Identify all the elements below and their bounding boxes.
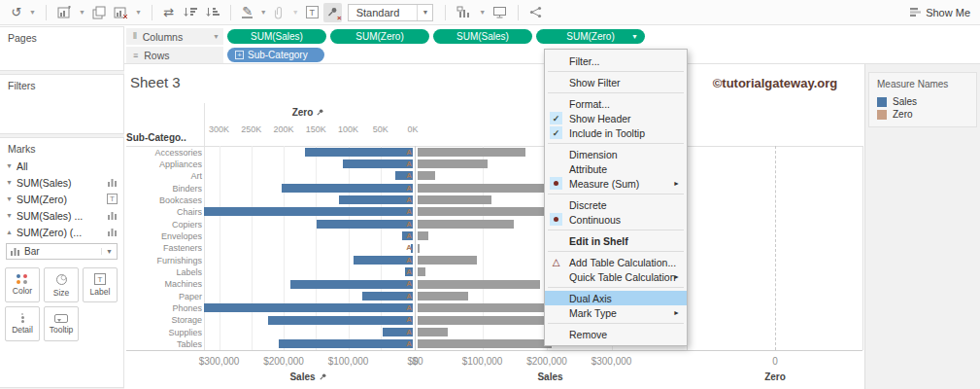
menu-item-dimension[interactable]: Dimension (545, 147, 687, 161)
detail-button[interactable]: Detail (5, 306, 40, 341)
sales-bar-2[interactable] (418, 195, 491, 204)
row-label[interactable]: Appliances (126, 159, 202, 170)
sales-bar-2[interactable] (418, 148, 525, 157)
zero-mark-label[interactable]: A (204, 303, 412, 313)
row-label[interactable]: Tables (126, 338, 202, 350)
sales-bar-2[interactable] (418, 339, 552, 348)
row-label[interactable]: Supplies (126, 327, 202, 338)
zero-mark-label[interactable]: A (204, 171, 412, 181)
sales-bar-2[interactable] (418, 292, 468, 301)
menu-item-include-in-tooltip[interactable]: Include in Tooltip✓ (545, 125, 687, 140)
chevron-down-icon[interactable]: ▼ (6, 179, 17, 186)
clear-sheet-button[interactable] (111, 3, 131, 22)
menu-item-mark-type[interactable]: Mark Type► (545, 305, 687, 320)
zero-mark-label[interactable]: A (204, 220, 412, 230)
menu-item-format[interactable]: Format... (545, 96, 687, 111)
zero-mark-label[interactable]: A (204, 315, 412, 325)
chevron-up-icon[interactable]: ▲ (6, 229, 17, 235)
marks-item[interactable]: ▲SUM(Zero) (... (0, 224, 123, 240)
sales-bar-2[interactable] (418, 220, 514, 229)
rows-shelf[interactable]: ≡ Rows (126, 47, 223, 63)
menu-item-measure-sum[interactable]: Measure (Sum)► (545, 176, 687, 191)
paperclip-caret-icon[interactable]: ▼ (290, 9, 301, 16)
row-label[interactable]: Art (126, 170, 202, 182)
new-datasource-caret-icon[interactable]: ▼ (77, 9, 87, 16)
fix-axes-button[interactable]: × (323, 3, 342, 22)
zero-mark-label[interactable]: A (204, 267, 412, 277)
zero-mark-label[interactable]: A (204, 279, 412, 289)
filters-shelf[interactable]: Filters (0, 74, 124, 134)
row-label[interactable]: Phones (126, 302, 202, 314)
menu-item-attribute[interactable]: Attribute (545, 161, 687, 176)
show-mark-labels-button[interactable] (454, 3, 475, 22)
sales-bar-2[interactable] (418, 244, 420, 253)
tooltip-button[interactable]: Tooltip (44, 306, 79, 341)
share-button[interactable] (526, 3, 545, 22)
fit-selector[interactable]: Standard ▼ (348, 4, 434, 21)
row-label[interactable]: Storage (126, 314, 202, 326)
chevron-down-icon[interactable]: ▼ (6, 162, 17, 169)
clear-sheet-caret-icon[interactable]: ▼ (133, 9, 144, 16)
zero-mark-label[interactable]: A (204, 256, 412, 265)
undo-button[interactable]: ↺ (8, 3, 25, 22)
sales-bar-2[interactable] (418, 316, 562, 325)
color-button[interactable]: Color (5, 267, 40, 302)
menu-item-continuous[interactable]: Continuous (545, 212, 687, 227)
row-pill[interactable]: +Sub-Category (227, 48, 324, 62)
column-pill[interactable]: SUM(Zero)▼ (536, 29, 645, 44)
row-label[interactable]: Envelopes (126, 230, 202, 242)
menu-item-show-header[interactable]: Show Header✓ (545, 111, 687, 125)
menu-item-filter[interactable]: Filter... (545, 53, 687, 68)
menu-item-quick-table-calculation[interactable]: Quick Table Calculation► (545, 269, 687, 284)
zero-mark-label[interactable]: A (204, 184, 412, 194)
sort-descending-button[interactable] (202, 3, 222, 22)
row-label[interactable]: Fasteners (126, 242, 202, 254)
sales-bar-2[interactable] (418, 159, 488, 168)
show-me-button[interactable]: Show Me (909, 7, 972, 18)
column-pill[interactable]: SUM(Sales) (227, 29, 326, 44)
zero-mark-label[interactable]: A (204, 148, 412, 158)
new-datasource-button[interactable] (54, 3, 75, 22)
label-button[interactable]: TLabel (83, 267, 118, 302)
sales-bar-2[interactable] (418, 328, 448, 336)
sales-bar-2[interactable] (418, 256, 477, 265)
marks-item[interactable]: ▼SUM(Sales) (0, 174, 123, 191)
sales-bar-2[interactable] (418, 280, 540, 289)
column-pill[interactable]: SUM(Sales) (433, 29, 532, 44)
sales-bar-2[interactable] (418, 184, 549, 193)
bottom-axis-title-zero[interactable]: Zero (717, 371, 833, 382)
menu-item-add-table-calculation[interactable]: Add Table Calculation...△ (545, 255, 687, 269)
top-axis-title[interactable]: Zero (251, 107, 367, 118)
sales-bar-2[interactable] (418, 267, 425, 276)
size-button[interactable]: Size (44, 267, 79, 302)
row-label[interactable]: Accessories (126, 147, 202, 159)
zero-mark-label[interactable]: A (204, 159, 412, 169)
bottom-axis-title-sales-2[interactable]: Sales (492, 371, 609, 382)
marks-item[interactable]: ▼All (0, 158, 123, 174)
paperclip-button[interactable] (271, 3, 288, 22)
sales-bar-2[interactable] (418, 231, 428, 240)
row-label[interactable]: Paper (126, 291, 202, 302)
text-annotation-button[interactable]: T (303, 3, 321, 22)
menu-item-discrete[interactable]: Discrete (545, 197, 687, 212)
marks-item[interactable]: ▼SUM(Zero)T (0, 191, 123, 207)
row-label[interactable]: Furnishings (126, 255, 202, 266)
row-header-label[interactable]: Sub-Catego.. (126, 132, 202, 143)
columns-shelf[interactable]: ⫴ Columns ▼ (126, 28, 223, 45)
chevron-down-icon[interactable]: ▼ (6, 195, 17, 202)
row-label[interactable]: Binders (126, 183, 202, 194)
menu-item-remove[interactable]: Remove (545, 327, 687, 341)
legend-entry[interactable]: Zero (869, 108, 976, 121)
row-label[interactable]: Labels (126, 266, 202, 278)
menu-item-edit-in-shelf[interactable]: Edit in Shelf (545, 233, 687, 248)
zero-mark-label[interactable]: A (204, 195, 412, 205)
highlight-caret-icon[interactable]: ▼ (258, 9, 269, 16)
row-label[interactable]: Copiers (126, 219, 202, 230)
row-label[interactable]: Chairs (126, 206, 202, 218)
zero-mark-label[interactable]: A (204, 231, 412, 241)
presentation-mode-button[interactable] (490, 3, 510, 22)
highlight-button[interactable]: ✎ (239, 3, 256, 22)
swap-rows-columns-button[interactable]: ⇄ (160, 3, 178, 22)
menu-item-show-filter[interactable]: Show Filter (545, 75, 687, 89)
chevron-down-icon[interactable]: ▼ (6, 212, 17, 219)
